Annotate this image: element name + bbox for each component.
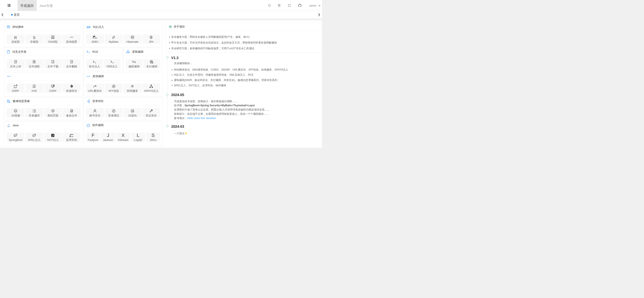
svg-text:json: json (70, 134, 74, 135)
svg-text:SQL: SQL (87, 26, 90, 28)
svg-text:XML: XML (33, 86, 35, 87)
svg-text:DOM: DOM (52, 38, 54, 39)
svg-text:JDBC: JDBC (94, 37, 97, 39)
svg-text:</>: </> (71, 136, 73, 137)
svg-text:ZIP: ZIP (71, 111, 72, 112)
svg-text:JS: JS (132, 110, 134, 112)
svg-text:JS: JS (15, 110, 16, 112)
